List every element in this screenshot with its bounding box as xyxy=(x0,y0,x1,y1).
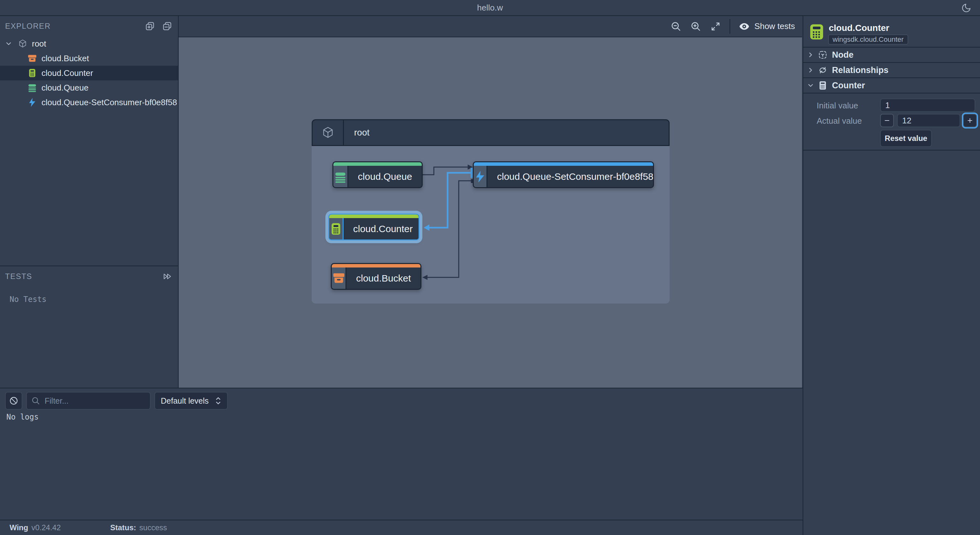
cube-icon xyxy=(17,38,28,49)
inspector-panel: cloud.Counter wingsdk.cloud.Counter Node… xyxy=(803,16,980,535)
resource-type-badge: wingsdk.cloud.Counter xyxy=(828,35,908,44)
toolbar-divider xyxy=(730,19,730,34)
tree-item-label: cloud.Bucket xyxy=(41,54,89,64)
log-level-select[interactable]: Default levels xyxy=(154,392,228,410)
section-relationships[interactable]: Relationships xyxy=(803,63,980,78)
status-value: success xyxy=(139,523,167,532)
decrement-button[interactable]: − xyxy=(880,114,894,127)
tree-item-consumer[interactable]: cloud.Queue-SetConsumer-bf0e8f58 xyxy=(0,95,178,110)
actual-value-input[interactable] xyxy=(897,114,960,127)
magnifier-plus-icon xyxy=(690,21,701,32)
node-label: cloud.Bucket xyxy=(347,268,420,289)
show-tests-toggle[interactable]: Show tests xyxy=(738,21,795,32)
titlebar: hello.w xyxy=(0,0,980,16)
tree-item-label: cloud.Queue xyxy=(41,83,88,93)
tests-title: TESTS xyxy=(5,272,32,281)
dark-mode-toggle[interactable] xyxy=(960,2,972,14)
calculator-icon xyxy=(817,81,828,90)
log-level-value: Default levels xyxy=(161,396,208,406)
section-label: Counter xyxy=(832,81,865,90)
reset-value-button[interactable]: Reset value xyxy=(880,130,932,147)
counter-icon xyxy=(27,68,38,78)
map-node-counter-selected[interactable]: cloud.Counter xyxy=(328,214,420,240)
section-label: Node xyxy=(832,50,854,60)
initial-value-label: Initial value xyxy=(817,101,858,111)
node-accent-bar xyxy=(333,162,422,166)
logs-empty-message: No logs xyxy=(6,413,38,421)
inspector-resource-header: cloud.Counter wingsdk.cloud.Counter xyxy=(803,16,980,48)
tree-item-counter[interactable]: cloud.Counter xyxy=(0,66,178,80)
edge-consumer-to-bucket xyxy=(427,181,473,277)
tree-item-label: cloud.Queue-SetConsumer-bf0e8f58 xyxy=(41,98,177,108)
resource-name: cloud.Counter xyxy=(829,23,889,33)
log-filter xyxy=(26,392,151,410)
tree-item-bucket[interactable]: cloud.Bucket xyxy=(0,51,178,66)
arrowhead-icon xyxy=(422,275,428,280)
map-toolbar: Show tests xyxy=(179,16,802,37)
map-node-consumer[interactable]: cloud.Queue-SetConsumer-bf0e8f58 xyxy=(473,161,654,188)
tree-item-root[interactable]: root xyxy=(0,37,178,51)
zoom-in-button[interactable] xyxy=(690,21,702,32)
app-name: Wing xyxy=(10,523,28,532)
explorer-sidebar: EXPLORER root xyxy=(0,16,179,388)
chevron-right-icon xyxy=(807,66,815,74)
explorer-title: EXPLORER xyxy=(5,22,51,30)
tree-item-label: cloud.Counter xyxy=(41,68,93,78)
actual-value-label: Actual value xyxy=(817,116,862,126)
queue-icon xyxy=(27,82,38,93)
chevron-down-icon[interactable] xyxy=(5,40,13,48)
filter-input[interactable] xyxy=(26,392,151,410)
arrows-cycle-icon xyxy=(817,65,828,75)
bucket-icon xyxy=(332,268,347,289)
explorer-header: EXPLORER xyxy=(0,16,178,37)
section-node[interactable]: Node xyxy=(803,48,980,63)
arrowhead-icon xyxy=(424,224,430,231)
copy-plus-icon xyxy=(145,21,155,31)
ban-icon xyxy=(9,396,19,406)
clear-logs-button[interactable] xyxy=(5,392,22,410)
node-label: cloud.Counter xyxy=(344,218,420,240)
copy-minus-icon xyxy=(162,21,172,31)
counter-section-content: Initial value Actual value − + Reset val… xyxy=(803,94,980,151)
node-label: cloud.Queue xyxy=(348,166,422,187)
cube-transparent-icon xyxy=(817,50,828,60)
map-node-queue[interactable]: cloud.Queue xyxy=(332,161,423,188)
tests-header: TESTS xyxy=(0,266,178,287)
collapse-all-button[interactable] xyxy=(161,21,173,32)
counter-icon xyxy=(329,218,344,240)
function-icon xyxy=(27,97,38,108)
logs-panel: Default levels No logs xyxy=(0,388,803,520)
tests-empty-message: No Tests xyxy=(10,295,178,304)
run-all-tests-button[interactable] xyxy=(161,271,173,282)
tree-item-label: root xyxy=(32,39,46,49)
node-accent-bar xyxy=(329,214,418,218)
edges-layer xyxy=(179,37,802,388)
arrows-expand-icon xyxy=(710,21,721,32)
magnifier-minus-icon xyxy=(671,21,681,32)
tree-item-queue[interactable]: cloud.Queue xyxy=(0,80,178,95)
expand-all-button[interactable] xyxy=(144,21,156,32)
queue-icon xyxy=(333,166,348,187)
section-counter[interactable]: Counter xyxy=(803,78,980,94)
increment-button[interactable]: + xyxy=(963,114,977,127)
zoom-out-button[interactable] xyxy=(670,21,682,32)
chevron-down-icon xyxy=(807,82,815,89)
window-title: hello.w xyxy=(0,0,980,15)
moon-icon xyxy=(961,3,971,13)
run-all-icon xyxy=(162,271,172,281)
chevron-up-down-icon xyxy=(215,396,222,405)
status-bar: Wing v0.24.42 Status: success xyxy=(0,520,803,535)
show-tests-label: Show tests xyxy=(754,21,795,31)
counter-icon xyxy=(810,24,824,40)
fit-view-button[interactable] xyxy=(710,21,721,32)
status-label: Status: xyxy=(110,523,136,532)
map-node-bucket[interactable]: cloud.Bucket xyxy=(331,263,422,290)
resource-map[interactable]: root cloud.Queue cloud.Queue-SetConsumer… xyxy=(179,37,802,388)
app-version: v0.24.42 xyxy=(31,523,60,532)
tests-section: TESTS No Tests xyxy=(0,265,178,304)
section-label: Relationships xyxy=(832,65,888,75)
resource-tree: root cloud.Bucket cloud.Counter cloud.Qu… xyxy=(0,37,178,110)
initial-value-input[interactable] xyxy=(880,98,975,112)
node-accent-bar xyxy=(474,162,653,166)
node-label: cloud.Queue-SetConsumer-bf0e8f58 xyxy=(487,166,654,187)
